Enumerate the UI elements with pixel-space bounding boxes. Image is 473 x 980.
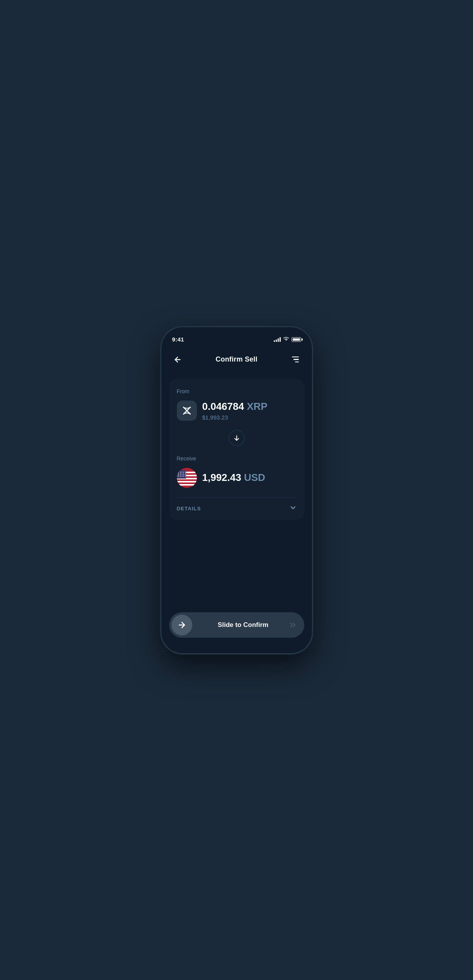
from-ticker: XRP — [247, 401, 267, 412]
from-amounts: 0.046784 XRP $1,993.23 — [202, 401, 268, 421]
page-title: Confirm Sell — [215, 355, 257, 363]
receive-amount-value: 1,992.43 — [202, 472, 241, 483]
from-primary-amount: 0.046784 XRP — [202, 401, 268, 413]
status-time: 9:41 — [172, 336, 184, 343]
receive-asset-row: ★ ★ ★ ★ ★ ★ ★ ★ ★ ★ ★ ★ — [177, 468, 297, 488]
svg-rect-10 — [177, 481, 197, 482]
svg-rect-11 — [177, 482, 197, 484]
receive-section: Receive — [169, 448, 304, 497]
phone-frame: 9:41 — [161, 327, 312, 653]
transaction-card: From 0.046784 XRP $1,993.23 — [169, 379, 304, 520]
from-label: From — [177, 388, 297, 394]
chevron-down-icon — [290, 504, 297, 513]
filter-icon — [292, 357, 299, 363]
notch — [212, 327, 261, 340]
from-amount-value: 0.046784 — [202, 401, 244, 412]
svg-rect-9 — [177, 479, 197, 481]
slide-handle — [171, 615, 192, 635]
slide-chevrons-icon — [289, 622, 297, 628]
from-section: From 0.046784 XRP $1,993.23 — [169, 379, 304, 428]
main-content: From 0.046784 XRP $1,993.23 — [161, 371, 312, 528]
slide-label: Slide to Confirm — [192, 621, 302, 629]
from-asset-row: 0.046784 XRP $1,993.23 — [177, 401, 297, 421]
receive-amounts: 1,992.43 USD — [202, 472, 265, 484]
xrp-coin-icon — [177, 401, 197, 421]
slide-to-confirm-button[interactable]: Slide to Confirm — [169, 612, 304, 638]
down-arrow-circle — [229, 430, 245, 446]
slide-to-confirm-container: Slide to Confirm — [169, 612, 304, 638]
signal-icon — [274, 337, 281, 342]
details-label: DETAILS — [177, 506, 201, 511]
status-icons — [274, 336, 301, 342]
menu-button[interactable] — [288, 353, 302, 367]
from-usd-value: $1,993.23 — [202, 414, 268, 421]
us-flag-icon: ★ ★ ★ ★ ★ ★ ★ ★ ★ ★ ★ ★ — [177, 468, 197, 488]
details-section[interactable]: DETAILS — [169, 498, 304, 520]
direction-divider — [169, 428, 304, 448]
receive-ticker: USD — [244, 472, 265, 483]
battery-icon — [292, 337, 301, 342]
wifi-icon — [283, 336, 289, 342]
nav-bar: Confirm Sell — [161, 346, 312, 371]
receive-label: Receive — [177, 455, 297, 462]
receive-primary-amount: 1,992.43 USD — [202, 472, 265, 484]
back-button[interactable] — [171, 353, 185, 367]
